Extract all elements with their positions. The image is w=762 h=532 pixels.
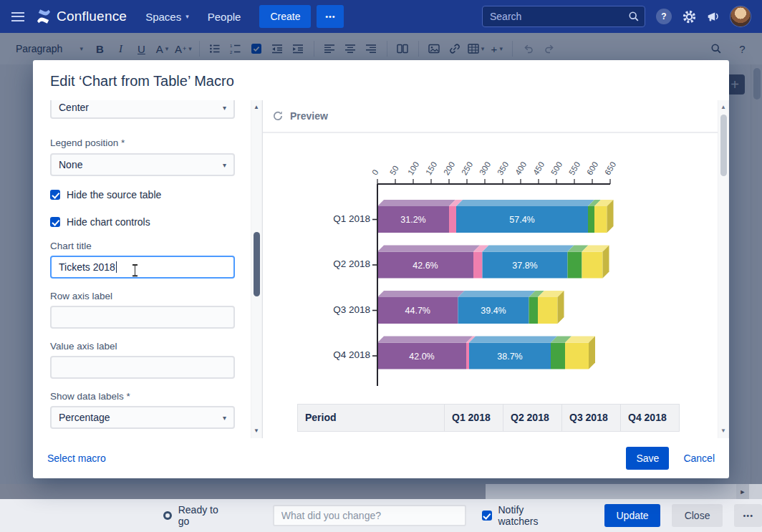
bar-data-label: 37.8% <box>512 261 537 271</box>
chart-title-label: Chart title <box>50 241 235 252</box>
hamburger-menu-icon[interactable] <box>11 12 24 21</box>
top-navbar: Confluence Spaces ▾ People Create ••• ? <box>0 0 762 33</box>
checkbox-checked-icon[interactable] <box>482 511 492 521</box>
nav-more-button[interactable]: ••• <box>317 5 344 28</box>
scroll-up-arrow[interactable]: ▲ <box>718 102 728 113</box>
nav-spaces[interactable]: Spaces ▾ <box>145 11 189 23</box>
bar-segment-top <box>458 291 536 297</box>
show-data-labels-label: Show data labels * <box>50 391 235 402</box>
scroll-down-arrow[interactable]: ▼ <box>718 425 728 437</box>
show-data-labels-value: Percentage <box>59 412 110 423</box>
chevron-down-icon: ▾ <box>223 161 226 169</box>
nav-spaces-label: Spaces <box>145 11 181 23</box>
select-macro-link[interactable]: Select macro <box>47 453 106 464</box>
bar-segment-top <box>377 291 465 297</box>
edit-macro-dialog: Edit ‘Chart from Table’ Macro Center ▾ L… <box>33 60 729 478</box>
ibeam-cursor <box>132 264 138 276</box>
bar-segment <box>582 252 603 279</box>
brand-text: Confluence <box>57 9 127 24</box>
category-label: Q2 2018 <box>270 258 370 269</box>
category-label: Q1 2018 <box>270 213 370 224</box>
bar-segment <box>473 252 483 279</box>
legend-position-select[interactable]: None ▾ <box>50 153 235 176</box>
bar-segment <box>466 343 469 369</box>
nav-people[interactable]: People <box>208 11 241 23</box>
hide-source-table-checkbox[interactable]: Hide the source table <box>50 189 235 200</box>
bar-data-label: 31.2% <box>400 215 425 225</box>
bar-segment <box>594 206 607 233</box>
settings-gear-icon[interactable] <box>683 10 696 24</box>
bar-segment <box>449 206 456 233</box>
horizontal-scrollbar-thumb[interactable] <box>0 484 486 499</box>
hide-source-table-label: Hide the source table <box>67 189 161 200</box>
preview-table-header: Q3 2018 <box>562 405 621 432</box>
preview-scrollbar[interactable]: ▲ ▼ <box>718 100 729 438</box>
horizontal-scrollbar[interactable]: ► <box>0 484 762 499</box>
confluence-home-link[interactable]: Confluence <box>36 9 127 24</box>
row-axis-input[interactable] <box>50 306 235 329</box>
alignment-select[interactable]: Center ▾ <box>50 100 235 119</box>
hide-chart-controls-label: Hide chart controls <box>67 216 150 228</box>
user-avatar[interactable] <box>730 6 751 26</box>
bar-segment <box>568 252 582 279</box>
scrollbar-corner <box>749 484 762 499</box>
cancel-button[interactable]: Cancel <box>683 453 715 464</box>
preview-table: Period Q1 2018 Q2 2018 Q3 2018 Q4 2018 <box>297 404 680 432</box>
chart-svg: 31.2%57.4%42.6%37.8%44.7%39.4%42.0%38.7% <box>270 137 714 404</box>
row-axis-label: Row axis label <box>50 291 235 302</box>
show-data-labels-select[interactable]: Percentage ▾ <box>50 406 235 429</box>
refresh-icon[interactable] <box>272 110 284 122</box>
preview-table-header: Q4 2018 <box>621 405 680 432</box>
category-label: Q4 2018 <box>270 349 370 360</box>
form-scrollbar-thumb[interactable] <box>254 232 260 296</box>
bar-data-label: 38.7% <box>497 352 522 362</box>
help-glyph: ? <box>661 11 666 21</box>
bar-data-label: 42.0% <box>409 352 434 362</box>
checkbox-checked-icon[interactable] <box>50 190 60 200</box>
modal-footer: Select macro Save Cancel <box>33 438 729 478</box>
chart-title-input[interactable]: Tickets 2018 <box>50 256 235 279</box>
preview-pane: Preview 31.2%57.4%42.6%37.8%44.7%39.4%42… <box>262 100 718 438</box>
nav-people-label: People <box>208 11 241 23</box>
scroll-down-arrow[interactable]: ▼ <box>251 425 261 437</box>
bar-segment <box>529 297 539 324</box>
confluence-app: Confluence Spaces ▾ People Create ••• ? <box>0 0 762 532</box>
bar-segment-top <box>377 337 473 343</box>
preview-content: 31.2%57.4%42.6%37.8%44.7%39.4%42.0%38.7%… <box>263 133 718 438</box>
value-axis-label: Value axis label <box>50 341 235 352</box>
navbar-right-cluster: ? <box>482 6 751 27</box>
update-button[interactable]: Update <box>604 504 660 527</box>
notify-watchers-checkbox[interactable]: Notify watchers <box>482 504 564 527</box>
help-icon[interactable]: ? <box>656 9 672 24</box>
version-comment-input[interactable] <box>273 505 466 526</box>
bar-segment <box>588 206 594 233</box>
status-circle-icon <box>163 511 172 520</box>
preview-table-header: Q2 2018 <box>503 405 562 432</box>
confluence-logo-icon <box>36 9 52 24</box>
modal-body: Center ▾ Legend position * None ▾ Hide t… <box>33 100 729 438</box>
draft-status: Ready to go <box>163 504 230 527</box>
megaphone-icon[interactable] <box>707 10 720 23</box>
category-label: Q3 2018 <box>270 304 370 315</box>
global-search <box>482 6 645 27</box>
search-icon[interactable] <box>628 11 640 22</box>
form-scrollbar[interactable]: ▲ ▼ <box>251 100 262 438</box>
bar-segment <box>565 343 589 369</box>
close-button[interactable]: Close <box>672 504 723 527</box>
modal-title: Edit ‘Chart from Table’ Macro <box>50 73 712 90</box>
modal-header: Edit ‘Chart from Table’ Macro <box>33 60 729 100</box>
save-button[interactable]: Save <box>626 447 669 470</box>
scroll-up-arrow[interactable]: ▲ <box>251 102 261 113</box>
bottom-more-button[interactable]: ••• <box>734 504 762 527</box>
create-button[interactable]: Create <box>259 5 311 28</box>
value-axis-input[interactable] <box>50 356 235 379</box>
scroll-right-arrow[interactable]: ► <box>736 484 749 499</box>
search-input[interactable] <box>482 6 645 27</box>
bar-segment-top <box>483 246 574 252</box>
preview-scrollbar-thumb[interactable] <box>720 115 727 176</box>
bar-segment-top <box>377 200 455 206</box>
horizontal-scrollbar-track[interactable] <box>0 484 736 499</box>
hide-chart-controls-checkbox[interactable]: Hide chart controls <box>50 216 235 228</box>
checkbox-checked-icon[interactable] <box>50 217 60 227</box>
bar-segment <box>551 343 565 369</box>
